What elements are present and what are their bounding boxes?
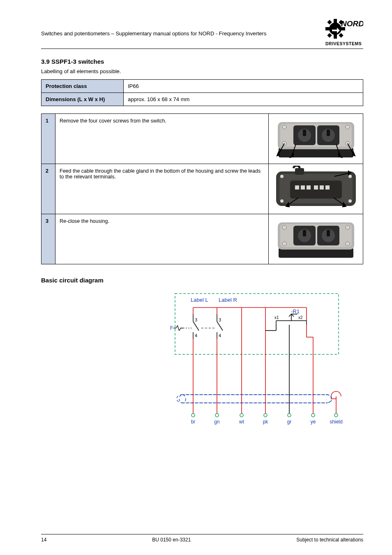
step3-num: 3 <box>42 214 55 264</box>
steps-table: 1 Remove the four cover screws from the … <box>41 113 363 264</box>
step1-num: 1 <box>42 114 55 164</box>
step2-num: 2 <box>42 164 55 214</box>
svg-point-13 <box>346 125 350 129</box>
svg-point-53 <box>282 225 286 229</box>
section-heading: 3.9 SSPF1-3 switches <box>41 58 363 65</box>
svg-marker-29 <box>353 152 355 156</box>
doc-title: Switches and potentiometers – Supplement… <box>41 16 266 37</box>
component-r1: -R1 <box>291 308 300 314</box>
contact1-top: 3 <box>195 317 197 322</box>
logo-word-drivesystems: DRIVESYSTEMS <box>325 41 362 46</box>
svg-rect-8 <box>327 33 332 37</box>
step1-image <box>269 114 363 164</box>
step3-image <box>269 214 363 264</box>
svg-point-49 <box>348 199 352 203</box>
brand-logo: NORD DRIVESYSTEMS <box>322 16 363 46</box>
svg-rect-21 <box>327 130 330 136</box>
svg-rect-3 <box>325 27 330 30</box>
svg-point-46 <box>280 175 284 178</box>
spec-row2-value: approx. 106 x 68 x 74 mm <box>124 93 363 106</box>
label-l: Label L <box>191 297 208 303</box>
svg-rect-7 <box>339 33 343 37</box>
contact2-bot: 4 <box>219 333 221 338</box>
svg-point-0 <box>329 23 341 35</box>
circuit-diagram: Label L Label R -R1 F 3 4 3 <box>170 289 347 437</box>
footer-note: Subject to technical alterations <box>296 537 363 543</box>
svg-rect-6 <box>327 20 332 24</box>
footer-docid: BU 0150 en-3321 <box>152 537 191 543</box>
svg-rect-2 <box>334 35 337 39</box>
contact2-top: 3 <box>219 317 221 322</box>
label-r: Label R <box>219 297 237 303</box>
svg-point-99 <box>191 414 195 417</box>
circuit-title: Basic circuit diagram <box>41 277 363 284</box>
svg-point-104 <box>311 414 315 417</box>
svg-point-47 <box>348 175 352 178</box>
page-footer: 14 BU 0150 en-3321 Subject to technical … <box>41 534 363 543</box>
svg-line-70 <box>217 321 223 331</box>
svg-rect-20 <box>303 130 306 136</box>
svg-rect-37 <box>320 185 324 190</box>
step2-image <box>269 164 363 214</box>
svg-rect-34 <box>301 185 305 190</box>
step1-text: Remove the four cover screws from the sw… <box>55 114 269 164</box>
spec-row1-label: Protection class <box>42 80 124 93</box>
term-gn: gn <box>214 419 219 425</box>
header-rule <box>41 49 363 49</box>
term-shield: shield <box>330 419 342 425</box>
logo-word-nord: NORD <box>341 19 363 28</box>
svg-rect-52 <box>280 224 352 247</box>
svg-point-105 <box>334 414 338 417</box>
footer-page: 14 <box>41 537 46 543</box>
svg-point-12 <box>282 125 286 129</box>
svg-point-100 <box>215 414 219 417</box>
svg-rect-38 <box>325 185 330 190</box>
svg-point-101 <box>240 414 243 417</box>
r1-x2: x2 <box>298 315 303 320</box>
svg-point-103 <box>288 414 291 417</box>
svg-point-54 <box>346 225 350 229</box>
svg-rect-1 <box>334 19 337 23</box>
term-br: br <box>191 419 196 425</box>
svg-rect-33 <box>295 185 299 190</box>
svg-rect-39 <box>295 168 304 175</box>
step2-text: Feed the cable through the cable gland i… <box>55 164 269 214</box>
spec-row1-value: IP66 <box>124 80 363 93</box>
spec-row2-label: Dimensions (L x W x H) <box>42 93 124 106</box>
svg-point-95 <box>179 395 186 403</box>
label-f: F <box>170 325 173 331</box>
r1-x1: x1 <box>274 315 279 320</box>
svg-rect-35 <box>307 185 311 190</box>
svg-rect-62 <box>327 230 330 236</box>
svg-point-48 <box>280 199 284 203</box>
term-gr: gr <box>287 419 292 425</box>
svg-rect-61 <box>303 230 306 236</box>
contact1-bot: 4 <box>195 333 197 338</box>
svg-point-56 <box>346 242 350 246</box>
svg-point-102 <box>264 414 267 417</box>
svg-line-67 <box>193 321 199 331</box>
svg-rect-36 <box>314 185 318 190</box>
footer-rule <box>41 534 363 534</box>
step3-text: Re-close the housing. <box>55 214 269 264</box>
section-intro: Labelling of all elements possible. <box>41 68 363 74</box>
term-wt: wt <box>239 419 244 425</box>
svg-point-55 <box>282 242 286 246</box>
svg-marker-23 <box>277 152 279 156</box>
svg-rect-11 <box>280 124 352 147</box>
spec-table: Protection class IP66 Dimensions (L x W … <box>41 79 363 106</box>
term-pk: pk <box>263 419 269 425</box>
term-ye: ye <box>311 419 316 425</box>
